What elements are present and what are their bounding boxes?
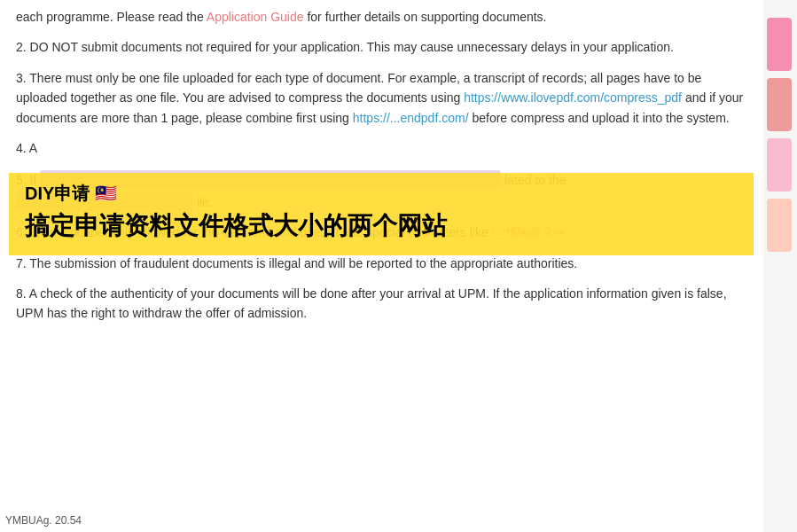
para3-suffix: before compress and upload it into the s… bbox=[469, 111, 730, 125]
overlay-title: DIY申请 🇲🇾 bbox=[25, 182, 738, 206]
paragraph-2: 2. DO NOT submit documents not required … bbox=[16, 37, 746, 57]
paragraph-8: 8. A check of the authenticity of your d… bbox=[16, 284, 746, 324]
overlay-subtitle: 搞定申请资料文件格式大小的两个网站 bbox=[25, 209, 738, 243]
paragraph-4: 4. A bbox=[16, 138, 746, 158]
overlay-banner: DIY申请 🇲🇾 搞定申请资料文件格式大小的两个网站 bbox=[9, 173, 754, 255]
paragraph-3: 3. There must only be one file uploaded … bbox=[16, 68, 746, 128]
endpdf-link[interactable]: https://...endpdf.com/ bbox=[353, 111, 469, 125]
sidebar-button-2[interactable] bbox=[767, 78, 792, 131]
sidebar-button-3[interactable] bbox=[767, 138, 792, 192]
paragraph-7: 7. The submission of fraudulent document… bbox=[16, 254, 746, 273]
para1-prefix: each programme. Please read the bbox=[16, 10, 207, 24]
application-guide-link[interactable]: Application Guide bbox=[207, 10, 304, 24]
right-sidebar bbox=[763, 0, 797, 532]
sidebar-button-1[interactable] bbox=[767, 18, 792, 71]
timestamp: YMBUAg. 20.54 bbox=[5, 514, 82, 527]
main-content: each programme. Please read the Applicat… bbox=[0, 0, 762, 532]
paragraph-1: each programme. Please read the Applicat… bbox=[16, 7, 746, 27]
para1-suffix: for further details on supporting docume… bbox=[304, 10, 547, 24]
ilovepdf-link[interactable]: https://www.ilovepdf.com/compress_pdf bbox=[464, 90, 682, 105]
sidebar-button-4[interactable] bbox=[767, 199, 792, 252]
para4-prefix: 4. A bbox=[16, 141, 37, 155]
